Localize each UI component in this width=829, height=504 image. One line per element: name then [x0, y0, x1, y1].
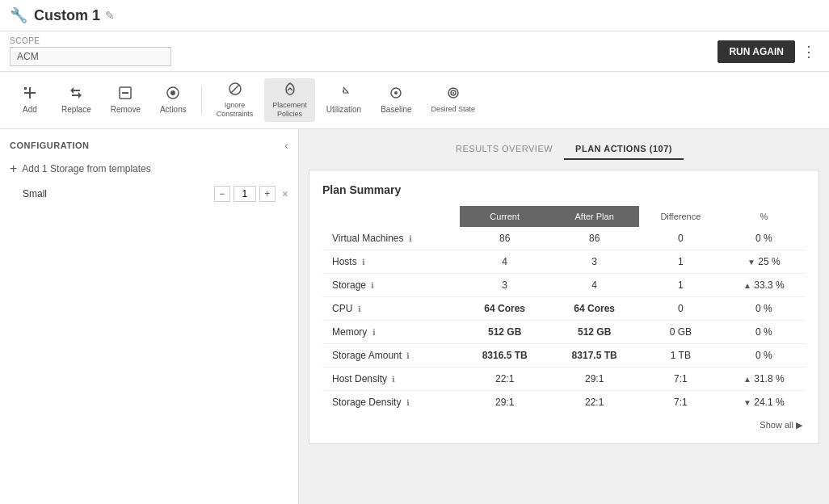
table-row: Storage Density ℹ 29:1 22:1 7:1 ▼ 24.1 % — [322, 390, 806, 414]
diff-storage-density: 7:1 — [639, 390, 722, 414]
remove-item-button[interactable]: × — [282, 187, 288, 200]
svg-point-10 — [394, 91, 398, 94]
add-storage-plus-icon: + — [10, 162, 17, 176]
info-icon-storage[interactable]: ℹ — [371, 281, 374, 290]
current-hosts: 4 — [460, 250, 549, 273]
utilization-icon — [336, 86, 351, 103]
col-after-plan: After Plan — [549, 206, 639, 227]
more-options-button[interactable]: ⋮ — [798, 40, 819, 64]
metric-memory: Memory ℹ — [322, 320, 460, 343]
tool-placement-policies[interactable]: PlacementPolicies — [264, 78, 315, 122]
diff-hosts: 1 — [639, 250, 722, 273]
utilization-label: Utilization — [326, 105, 361, 114]
info-icon-storage-amount[interactable]: ℹ — [406, 351, 410, 360]
svg-rect-4 — [122, 92, 128, 94]
desired-state-icon — [446, 86, 461, 103]
pct-memory: 0 % — [722, 320, 806, 343]
current-vms: 86 — [460, 227, 549, 250]
storage-item-row: Small − + × — [10, 183, 288, 205]
pct-storage-amount: 0 % — [722, 343, 806, 367]
svg-rect-1 — [24, 92, 36, 94]
after-host-density: 29:1 — [549, 367, 639, 390]
tool-remove[interactable]: Remove — [103, 82, 149, 117]
info-icon-cpu[interactable]: ℹ — [358, 304, 361, 313]
table-row: Host Density ℹ 22:1 29:1 7:1 ▲ 31.8 % — [322, 367, 806, 390]
scope-label: SCOPE — [10, 36, 171, 45]
sidebar-title: CONFIGURATION — [10, 141, 90, 150]
sidebar: CONFIGURATION ‹ + Add 1 Storage from tem… — [0, 129, 299, 504]
show-all-link[interactable]: Show all ▶ — [760, 420, 802, 430]
results-tabs: RESULTS OVERVIEW PLAN ACTIONS (107) — [309, 139, 819, 160]
up-arrow-icon-hd: ▲ — [743, 375, 751, 384]
info-icon-host-density[interactable]: ℹ — [392, 375, 395, 384]
qty-input[interactable] — [234, 186, 256, 202]
run-again-button[interactable]: RUN AGAIN — [717, 40, 795, 63]
qty-increase-button[interactable]: + — [259, 186, 276, 202]
pct-host-density: ▲ 31.8 % — [722, 367, 806, 390]
add-storage-label: Add 1 Storage from templates — [22, 163, 150, 174]
after-hosts: 3 — [549, 250, 639, 273]
tool-replace[interactable]: Replace — [53, 82, 99, 117]
table-row: Storage ℹ 3 4 1 ▲ 33.3 % — [322, 273, 806, 296]
collapse-sidebar-button[interactable]: ‹ — [284, 139, 288, 152]
info-icon-memory[interactable]: ℹ — [372, 328, 376, 337]
tool-ignore-constraints[interactable]: IgnoreConstraints — [208, 78, 262, 122]
qty-decrease-button[interactable]: − — [214, 186, 230, 202]
metric-host-density: Host Density ℹ — [322, 367, 460, 390]
tab-results-overview[interactable]: RESULTS OVERVIEW — [444, 139, 564, 160]
main-content: CONFIGURATION ‹ + Add 1 Storage from tem… — [0, 129, 829, 504]
tool-actions[interactable]: Actions — [152, 82, 195, 117]
tab-plan-actions[interactable]: PLAN ACTIONS (107) — [564, 139, 684, 160]
metric-hosts: Hosts ℹ — [322, 250, 460, 273]
diff-storage: 1 — [639, 273, 722, 296]
replace-icon — [69, 86, 83, 103]
scope-bar: SCOPE RUN AGAIN ⋮ — [0, 32, 829, 72]
down-arrow-icon-sd: ▼ — [743, 398, 751, 407]
wrench-icon: 🔧 — [10, 6, 27, 24]
svg-point-6 — [170, 90, 175, 95]
placement-policies-icon — [283, 82, 297, 99]
add-label: Add — [23, 105, 37, 114]
after-memory: 512 GB — [549, 320, 639, 343]
pct-vms: 0 % — [722, 227, 806, 250]
tool-utilization[interactable]: Utilization — [318, 82, 369, 117]
scope-input[interactable] — [10, 47, 171, 66]
after-storage-density: 22:1 — [549, 390, 639, 414]
after-storage-amount: 8317.5 TB — [549, 343, 639, 367]
current-storage-amount: 8316.5 TB — [460, 343, 549, 367]
info-icon-storage-density[interactable]: ℹ — [406, 398, 410, 407]
current-storage: 3 — [460, 273, 549, 296]
add-icon — [23, 86, 37, 103]
metric-vms: Virtual Machines ℹ — [322, 227, 460, 250]
table-row: Memory ℹ 512 GB 512 GB 0 GB 0 % — [322, 320, 806, 343]
show-all-row: Show all ▶ — [322, 414, 806, 430]
svg-rect-2 — [24, 87, 27, 90]
toolbar-separator-1 — [201, 86, 202, 115]
metric-cpu: CPU ℹ — [322, 296, 460, 320]
page-header: 🔧 Custom 1 ✎ — [0, 0, 829, 32]
replace-label: Replace — [61, 105, 91, 114]
add-storage-row[interactable]: + Add 1 Storage from templates — [10, 162, 288, 176]
col-metric — [322, 206, 460, 227]
edit-icon[interactable]: ✎ — [105, 9, 115, 22]
table-row: Hosts ℹ 4 3 1 ▼ 25 % — [322, 250, 806, 273]
page-title: Custom 1 — [34, 7, 100, 24]
metric-storage: Storage ℹ — [322, 273, 460, 296]
metric-storage-density: Storage Density ℹ — [322, 390, 460, 414]
pct-storage: ▲ 33.3 % — [722, 273, 806, 296]
toolbar: Add Replace Remove Actions IgnoreConstra… — [0, 72, 829, 129]
svg-point-13 — [452, 92, 454, 94]
col-current: Current — [460, 206, 549, 227]
placement-policies-label: PlacementPolicies — [272, 101, 307, 119]
diff-storage-amount: 1 TB — [639, 343, 722, 367]
content-area: RESULTS OVERVIEW PLAN ACTIONS (107) Plan… — [299, 129, 829, 504]
diff-host-density: 7:1 — [639, 367, 722, 390]
tool-baseline[interactable]: Baseline — [372, 82, 419, 117]
info-icon-vms[interactable]: ℹ — [409, 234, 412, 243]
scope-section: SCOPE — [10, 36, 171, 66]
current-cpu: 64 Cores — [460, 296, 549, 320]
tool-add[interactable]: Add — [10, 82, 50, 117]
actions-label: Actions — [160, 105, 187, 114]
tool-desired-state[interactable]: Desired State — [423, 82, 484, 117]
info-icon-hosts[interactable]: ℹ — [362, 258, 365, 267]
